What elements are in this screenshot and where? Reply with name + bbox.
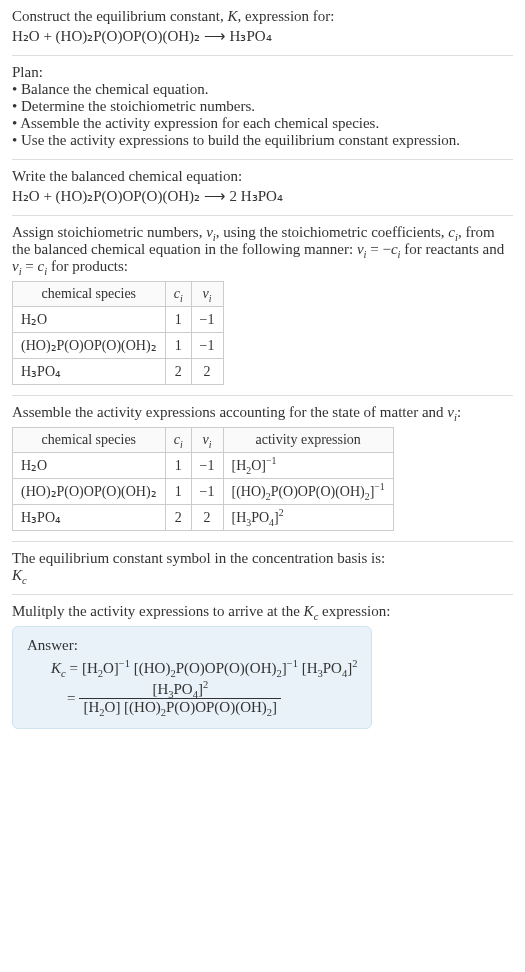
stoich-section: Assign stoichiometric numbers, νi, using…	[12, 216, 513, 396]
stoich-table: chemical species ci νi H₂O 1 −1 (HO)₂P(O…	[12, 281, 224, 385]
col-v: νi	[191, 428, 223, 453]
answer-label: Answer:	[27, 637, 357, 654]
cell-v: −1	[191, 479, 223, 505]
answer-rhs: [H2O]−1 [(HO)2P(O)OP(O)(OH)2]−1 [H3PO4]2	[82, 660, 358, 677]
symbol-section: The equilibrium constant symbol in the c…	[12, 542, 513, 595]
answer-lhs: Kc =	[51, 660, 78, 677]
cell-activity: [H3PO4]2	[223, 505, 393, 531]
cell-c: 1	[165, 307, 191, 333]
cell-c: 1	[165, 479, 191, 505]
cell-species: H₂O	[13, 307, 166, 333]
cell-v: −1	[191, 307, 223, 333]
col-activity: activity expression	[223, 428, 393, 453]
cell-c: 1	[165, 453, 191, 479]
plan-item: • Determine the stoichiometric numbers.	[12, 98, 513, 115]
col-species: chemical species	[13, 428, 166, 453]
symbol-value: Kc	[12, 567, 513, 584]
table-header-row: chemical species ci νi activity expressi…	[13, 428, 394, 453]
col-v: νi	[191, 282, 223, 307]
intro-section: Construct the equilibrium constant, K, e…	[12, 8, 513, 56]
equals-sign: =	[67, 690, 75, 707]
answer-line1: Kc = [H2O]−1 [(HO)2P(O)OP(O)(OH)2]−1 [H3…	[27, 660, 357, 677]
cell-species: H₃PO₄	[13, 505, 166, 531]
plan-title: Plan:	[12, 64, 513, 81]
table-row: H₂O 1 −1 [H2O]−1	[13, 453, 394, 479]
table-row: (HO)₂P(O)OP(O)(OH)₂ 1 −1 [(HO)2P(O)OP(O)…	[13, 479, 394, 505]
balanced-section: Write the balanced chemical equation: H₂…	[12, 160, 513, 216]
cell-species: (HO)₂P(O)OP(O)(OH)₂	[13, 479, 166, 505]
intro-reaction: H₂O + (HO)₂P(O)OP(O)(OH)₂ ⟶ H₃PO₄	[12, 27, 513, 45]
col-species: chemical species	[13, 282, 166, 307]
cell-v: 2	[191, 505, 223, 531]
plan-item: • Assemble the activity expression for e…	[12, 115, 513, 132]
plan-item: • Balance the chemical equation.	[12, 81, 513, 98]
cell-c: 2	[165, 505, 191, 531]
activity-table: chemical species ci νi activity expressi…	[12, 427, 394, 531]
table-row: H₂O 1 −1	[13, 307, 224, 333]
table-row: (HO)₂P(O)OP(O)(OH)₂ 1 −1	[13, 333, 224, 359]
cell-c: 2	[165, 359, 191, 385]
balanced-heading: Write the balanced chemical equation:	[12, 168, 513, 185]
fraction-denominator: [H2O] [(HO)2P(O)OP(O)(OH)2]	[79, 699, 281, 716]
balanced-reaction: H₂O + (HO)₂P(O)OP(O)(OH)₂ ⟶ 2 H₃PO₄	[12, 187, 513, 205]
cell-activity: [H2O]−1	[223, 453, 393, 479]
multiply-heading: Mulitply the activity expressions to arr…	[12, 603, 513, 620]
table-header-row: chemical species ci νi	[13, 282, 224, 307]
activity-section: Assemble the activity expressions accoun…	[12, 396, 513, 542]
activity-heading: Assemble the activity expressions accoun…	[12, 404, 513, 421]
multiply-section: Mulitply the activity expressions to arr…	[12, 595, 513, 739]
table-row: H₃PO₄ 2 2	[13, 359, 224, 385]
fraction-numerator: [H3PO4]2	[79, 681, 281, 699]
cell-v: −1	[191, 333, 223, 359]
cell-species: H₂O	[13, 453, 166, 479]
cell-species: (HO)₂P(O)OP(O)(OH)₂	[13, 333, 166, 359]
intro-heading: Construct the equilibrium constant, K, e…	[12, 8, 513, 25]
cell-activity: [(HO)2P(O)OP(O)(OH)2]−1	[223, 479, 393, 505]
plan-item: • Use the activity expressions to build …	[12, 132, 513, 149]
answer-fraction: [H3PO4]2 [H2O] [(HO)2P(O)OP(O)(OH)2]	[79, 681, 281, 716]
stoich-heading: Assign stoichiometric numbers, νi, using…	[12, 224, 513, 275]
answer-box: Answer: Kc = [H2O]−1 [(HO)2P(O)OP(O)(OH)…	[12, 626, 372, 729]
answer-line2: = [H3PO4]2 [H2O] [(HO)2P(O)OP(O)(OH)2]	[27, 681, 357, 716]
plan-section: Plan: • Balance the chemical equation. •…	[12, 56, 513, 160]
cell-v: 2	[191, 359, 223, 385]
col-c: ci	[165, 282, 191, 307]
table-row: H₃PO₄ 2 2 [H3PO4]2	[13, 505, 394, 531]
symbol-heading: The equilibrium constant symbol in the c…	[12, 550, 513, 567]
col-c: ci	[165, 428, 191, 453]
cell-c: 1	[165, 333, 191, 359]
cell-species: H₃PO₄	[13, 359, 166, 385]
cell-v: −1	[191, 453, 223, 479]
